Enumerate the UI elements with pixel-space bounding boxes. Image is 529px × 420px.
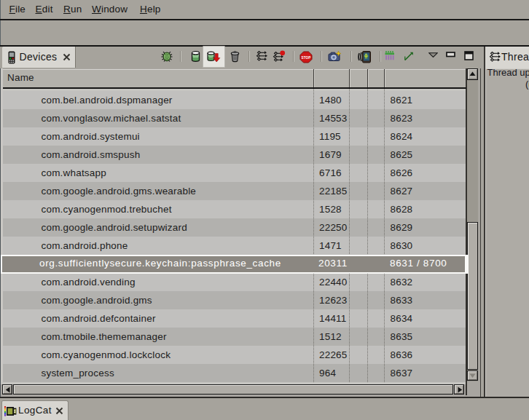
svg-text:STOP: STOP — [302, 56, 311, 60]
